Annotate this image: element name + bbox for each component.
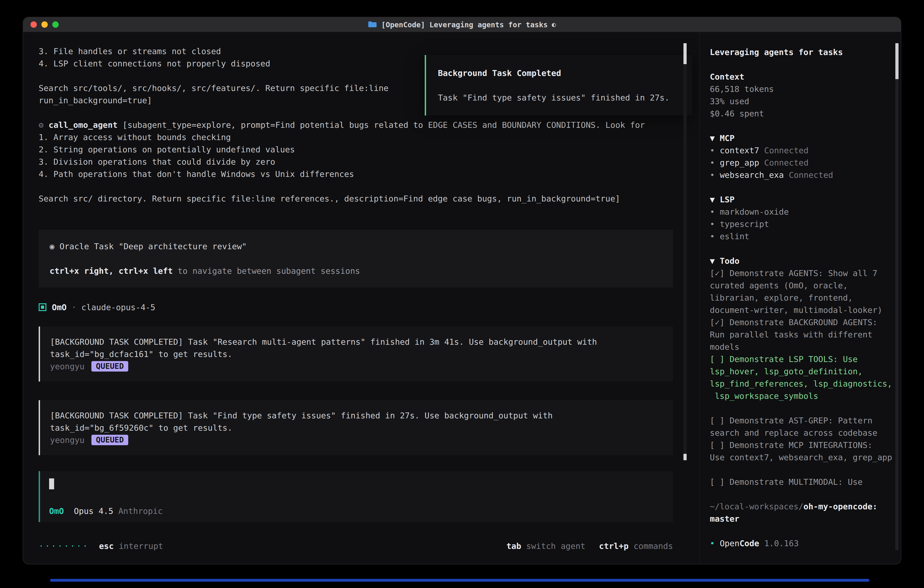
- tool-call-list-item: 3. Division operations that could divide…: [39, 155, 673, 168]
- oracle-task-title-line: ◉Oracle Task "Deep architecture review": [50, 240, 662, 253]
- status-badge: QUEUED: [91, 361, 129, 372]
- context-spent: $0.46 spent: [710, 107, 897, 120]
- conversation-pane: 3. File handles or streams not closed 4.…: [23, 32, 700, 564]
- tool-call-tail: Search src/ directory. Return specific f…: [39, 192, 673, 205]
- terminal-window: [OpenCode] Leveraging agents for tasks ◐…: [23, 17, 901, 564]
- message-line: [BACKGROUND TASK COMPLETED] Task "Resear…: [50, 335, 663, 348]
- prompt-input[interactable]: OmOOpus 4.5Anthropic: [39, 471, 673, 522]
- status-badge: QUEUED: [91, 435, 129, 445]
- tab-key-hint: tab: [507, 540, 521, 552]
- oracle-task-title: Oracle Task "Deep architecture review": [59, 241, 247, 251]
- zoom-window-button[interactable]: [52, 21, 59, 28]
- background-task-toast[interactable]: Background Task Completed Task "Find typ…: [425, 55, 692, 116]
- tool-call-list-item: 2. String operations on potentially unde…: [39, 143, 673, 155]
- agent-name: OmO: [52, 301, 67, 313]
- agent-model: claude-opus-4-5: [81, 301, 155, 313]
- active-agent-label: OmO: [49, 506, 64, 516]
- message-line: task_id="bg_6f59260c" to get results.: [50, 421, 663, 434]
- chevron-down-icon: ▼: [710, 133, 715, 143]
- window-titlebar[interactable]: [OpenCode] Leveraging agents for tasks ◐: [23, 17, 901, 32]
- lsp-item: •eslint: [710, 230, 897, 243]
- app-version: 1.0.163: [764, 538, 799, 548]
- session-title: Leveraging agents for tasks: [710, 46, 897, 58]
- ctrlp-key-hint: ctrl+p: [599, 540, 629, 552]
- esc-key-hint: esc: [99, 540, 114, 552]
- fisheye-icon: ◉: [50, 241, 54, 251]
- author-name: yeongyu: [50, 360, 84, 372]
- todo-item-pending: [ ] Demonstrate AST-GREP: Pattern search…: [710, 414, 897, 439]
- todo-item-pending: [ ] Demonstrate MCP INTEGRATIONS: Use co…: [710, 439, 897, 463]
- sidebar-scrollbar-thumb[interactable]: [895, 43, 899, 79]
- context-heading: Context: [710, 71, 897, 83]
- context-tokens: 66,518 tokens: [710, 83, 897, 95]
- oracle-task-panel[interactable]: ◉Oracle Task "Deep architecture review" …: [39, 230, 673, 287]
- toast-body: Task "Find type safety issues" finished …: [438, 91, 680, 104]
- mcp-item: •websearch_exaConnected: [710, 169, 897, 181]
- mcp-item: •context7Connected: [710, 144, 897, 157]
- mcp-item: •grep_appConnected: [710, 157, 897, 169]
- lsp-item: •typescript: [710, 218, 897, 230]
- blank-line: [50, 253, 662, 265]
- todo-item-active: [ ] Demonstrate LSP TOOLS: Use lsp_hover…: [710, 353, 897, 402]
- blank-line: [438, 79, 680, 91]
- queued-message[interactable]: [BACKGROUND TASK COMPLETED] Task "Resear…: [39, 327, 673, 382]
- agent-session-header[interactable]: OmO · claude-opus-4-5: [39, 301, 673, 313]
- spinner-dots-icon: ········: [39, 540, 89, 552]
- context-used: 33% used: [710, 95, 897, 107]
- workspace-info: ~/local-workspaces/oh-my-opencode: maste…: [710, 500, 897, 525]
- todo-item-done: [✓] Demonstrate BACKGROUND AGENTS: Run p…: [710, 316, 897, 353]
- dock-hint-bar: [50, 579, 870, 581]
- workspace-path: ~/local-workspaces/: [710, 502, 804, 511]
- bullet-icon: •: [710, 219, 715, 229]
- bullet-icon: •: [710, 170, 715, 180]
- input-footer: OmOOpus 4.5Anthropic: [49, 506, 664, 516]
- chevron-down-icon: ▼: [710, 256, 715, 266]
- session-state-icon: ◐: [552, 20, 556, 29]
- main-scrollbar[interactable]: [683, 43, 686, 460]
- message-line: [BACKGROUND TASK COMPLETED] Task "Find t…: [50, 409, 663, 421]
- message-meta: yeongyuQUEUED: [50, 434, 663, 446]
- tool-call-name: call_omo_agent: [49, 120, 117, 130]
- tool-call-list-item: 4. Path operations that don't handle Win…: [39, 168, 673, 180]
- active-model-label: Opus 4.5: [74, 506, 113, 516]
- separator-dot: ·: [67, 301, 81, 313]
- main-scrollbar-thumb[interactable]: [683, 43, 686, 64]
- window-title: [OpenCode] Leveraging agents for tasks: [381, 20, 548, 29]
- status-bar: ········escinterrupt tabswitch agentctrl…: [39, 540, 673, 552]
- bullet-icon: •: [710, 207, 715, 216]
- author-name: yeongyu: [50, 434, 84, 446]
- app-name: Open: [720, 538, 739, 548]
- chevron-down-icon: ▼: [710, 195, 715, 204]
- tab-key-label: switch agent: [526, 540, 585, 552]
- session-sidebar: Leveraging agents for tasks Context 66,5…: [700, 32, 901, 564]
- main-scrollbar-end: [683, 454, 686, 460]
- bullet-icon: •: [710, 145, 715, 155]
- queued-message[interactable]: [BACKGROUND TASK COMPLETED] Task "Find t…: [39, 400, 673, 455]
- minimize-window-button[interactable]: [41, 21, 48, 28]
- workspace-repo: oh-my-opencode:: [804, 502, 878, 511]
- ctrlp-key-label: commands: [634, 540, 673, 552]
- tool-call-args: [subagent_type=explore, prompt=Find pote…: [117, 120, 645, 130]
- folder-icon: [368, 21, 377, 28]
- lsp-section-heading[interactable]: ▼LSP: [710, 193, 897, 206]
- close-window-button[interactable]: [30, 21, 37, 28]
- message-line: task_id="bg_dcfac161" to get results.: [50, 348, 663, 360]
- message-meta: yeongyuQUEUED: [50, 360, 663, 372]
- app-version-line: •OpenCode1.0.163: [710, 537, 897, 549]
- tool-call-block: ⚙call_omo_agent [subagent_type=explore, …: [39, 119, 673, 205]
- workspace-branch: master: [710, 512, 897, 525]
- window-title-area: [OpenCode] Leveraging agents for tasks ◐: [23, 17, 901, 32]
- tool-call-header: ⚙call_omo_agent [subagent_type=explore, …: [39, 119, 673, 131]
- todo-section-heading[interactable]: ▼Todo: [710, 255, 897, 267]
- app-name-bold: Code: [739, 538, 759, 548]
- tool-call-list-item: 1. Array access without bounds checking: [39, 131, 673, 143]
- todo-item-done: [✓] Demonstrate AGENTS: Show all 7 curat…: [710, 267, 897, 316]
- sidebar-scrollbar[interactable]: [895, 43, 899, 550]
- provider-label: Anthropic: [118, 506, 163, 516]
- mcp-section-heading[interactable]: ▼MCP: [710, 132, 897, 144]
- lsp-item: •markdown-oxide: [710, 206, 897, 218]
- bullet-icon: •: [710, 158, 715, 167]
- todo-item-pending: [ ] Demonstrate MULTIMODAL: Use: [710, 476, 897, 488]
- gear-icon: ⚙: [39, 120, 44, 130]
- esc-key-label: interrupt: [119, 540, 163, 552]
